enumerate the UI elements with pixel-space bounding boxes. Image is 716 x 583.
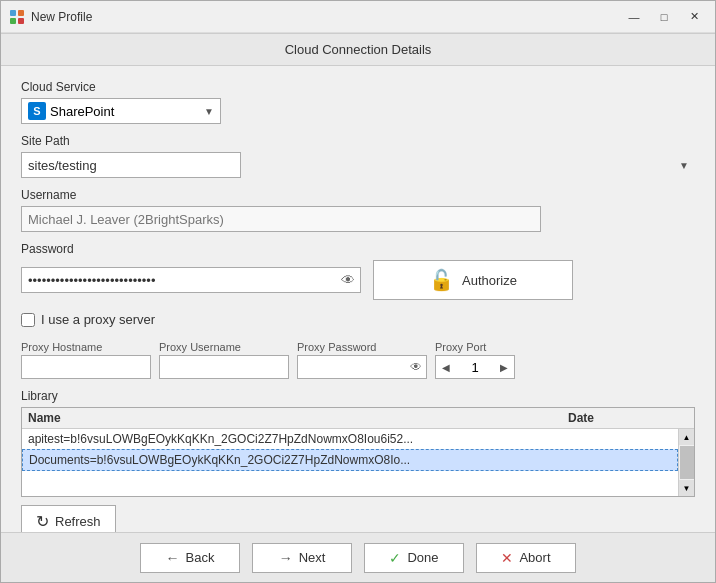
proxy-hostname-field: Proxy Hostname: [21, 341, 151, 379]
proxy-username-input[interactable]: [159, 355, 289, 379]
content-area: Cloud Service S SharePoint ▼ Site Path s…: [1, 66, 715, 532]
chevron-down-icon: ▼: [204, 106, 214, 117]
proxy-hostname-label: Proxy Hostname: [21, 341, 151, 353]
site-path-group: Site Path sites/testing sites/default si…: [21, 134, 695, 178]
library-col-name: Name: [28, 411, 568, 425]
cloud-service-select-wrapper: S SharePoint ▼: [21, 98, 695, 124]
library-rows: apitest=b!6vsuLOWBgEOykKqKKn_2GOCi2Z7HpZ…: [22, 429, 678, 496]
library-table: Name Date apitest=b!6vsuLOWBgEOykKqKKn_2…: [21, 407, 695, 497]
chevron-down-icon: ▼: [679, 160, 689, 171]
password-row: 👁 🔓 Authorize: [21, 260, 695, 300]
scroll-thumb: [680, 446, 694, 479]
lock-icon: 🔓: [429, 268, 454, 292]
site-path-select-wrapper: sites/testing sites/default sites/main ▼: [21, 152, 695, 178]
cloud-service-group: Cloud Service S SharePoint ▼: [21, 80, 695, 124]
username-group: Username: [21, 188, 695, 232]
proxy-username-field: Proxy Username: [159, 341, 289, 379]
refresh-icon: ↻: [36, 512, 49, 531]
library-row-date: [552, 432, 672, 446]
proxy-port-control: ◀ 1 ▶: [435, 355, 515, 379]
username-label: Username: [21, 188, 695, 202]
password-group: Password 👁 🔓 Authorize: [21, 242, 695, 300]
proxy-checkbox-row: I use a proxy server: [21, 312, 695, 327]
check-icon: ✓: [389, 550, 401, 566]
section-header: Cloud Connection Details: [1, 33, 715, 66]
svg-rect-1: [18, 10, 24, 16]
password-input[interactable]: [21, 267, 361, 293]
main-window: New Profile — □ ✕ Cloud Connection Detai…: [0, 0, 716, 583]
close-button[interactable]: ✕: [681, 7, 707, 27]
proxy-port-label: Proxy Port: [435, 341, 515, 353]
authorize-button[interactable]: 🔓 Authorize: [373, 260, 573, 300]
abort-button[interactable]: ✕ Abort: [476, 543, 576, 573]
window-controls: — □ ✕: [621, 7, 707, 27]
proxy-password-label: Proxy Password: [297, 341, 427, 353]
cloud-service-label: Cloud Service: [21, 80, 695, 94]
library-scrollbar: ▲ ▼: [678, 429, 694, 496]
cloud-service-select[interactable]: S SharePoint ▼: [21, 98, 221, 124]
library-section: Library Name Date apitest=b!6vsuLOWBgEOy…: [21, 389, 695, 522]
table-row[interactable]: apitest=b!6vsuLOWBgEOykKqKKn_2GOCi2Z7HpZ…: [22, 429, 678, 449]
refresh-row: ↻ Refresh: [21, 505, 695, 532]
maximize-button[interactable]: □: [651, 7, 677, 27]
proxy-port-field: Proxy Port ◀ 1 ▶: [435, 341, 515, 379]
svg-rect-3: [18, 18, 24, 24]
eye-icon[interactable]: 👁: [341, 272, 355, 288]
library-row-date: [551, 453, 671, 467]
window-title: New Profile: [31, 10, 621, 24]
title-bar: New Profile — □ ✕: [1, 1, 715, 33]
password-label: Password: [21, 242, 695, 256]
site-path-select[interactable]: sites/testing sites/default sites/main: [21, 152, 241, 178]
username-input[interactable]: [21, 206, 541, 232]
sharepoint-icon: S: [28, 102, 46, 120]
window-icon: [9, 9, 25, 25]
next-arrow-icon: →: [279, 550, 293, 566]
table-row[interactable]: Documents=b!6vsuLOWBgEOykKqKKn_2GOCi2Z7H…: [22, 449, 678, 471]
minimize-button[interactable]: —: [621, 7, 647, 27]
proxy-eye-icon[interactable]: 👁: [410, 360, 422, 374]
library-col-date: Date: [568, 411, 688, 425]
proxy-password-wrapper: 👁: [297, 355, 427, 379]
svg-rect-2: [10, 18, 16, 24]
site-path-label: Site Path: [21, 134, 695, 148]
port-decrement-button[interactable]: ◀: [436, 356, 456, 378]
back-button[interactable]: ← Back: [140, 543, 240, 573]
done-button[interactable]: ✓ Done: [364, 543, 464, 573]
next-button[interactable]: → Next: [252, 543, 352, 573]
proxy-label: I use a proxy server: [41, 312, 155, 327]
proxy-password-field: Proxy Password 👁: [297, 341, 427, 379]
proxy-hostname-input[interactable]: [21, 355, 151, 379]
proxy-username-label: Proxy Username: [159, 341, 289, 353]
library-scrollbar-wrapper: apitest=b!6vsuLOWBgEOykKqKKn_2GOCi2Z7HpZ…: [22, 429, 694, 496]
proxy-fields: Proxy Hostname Proxy Username Proxy Pass…: [21, 341, 695, 379]
proxy-port-value: 1: [456, 360, 494, 375]
scroll-up-button[interactable]: ▲: [679, 429, 695, 445]
proxy-password-input[interactable]: [297, 355, 427, 379]
password-wrapper: 👁: [21, 267, 361, 293]
proxy-checkbox[interactable]: [21, 313, 35, 327]
svg-rect-0: [10, 10, 16, 16]
scroll-down-button[interactable]: ▼: [679, 480, 695, 496]
back-arrow-icon: ←: [166, 550, 180, 566]
library-header: Name Date: [22, 408, 694, 429]
refresh-button[interactable]: ↻ Refresh: [21, 505, 116, 532]
port-increment-button[interactable]: ▶: [494, 356, 514, 378]
library-row-name: Documents=b!6vsuLOWBgEOykKqKKn_2GOCi2Z7H…: [29, 453, 551, 467]
library-row-name: apitest=b!6vsuLOWBgEOykKqKKn_2GOCi2Z7HpZ…: [28, 432, 552, 446]
footer: ← Back → Next ✓ Done ✕ Abort: [1, 532, 715, 582]
library-label: Library: [21, 389, 695, 403]
x-icon: ✕: [501, 550, 513, 566]
